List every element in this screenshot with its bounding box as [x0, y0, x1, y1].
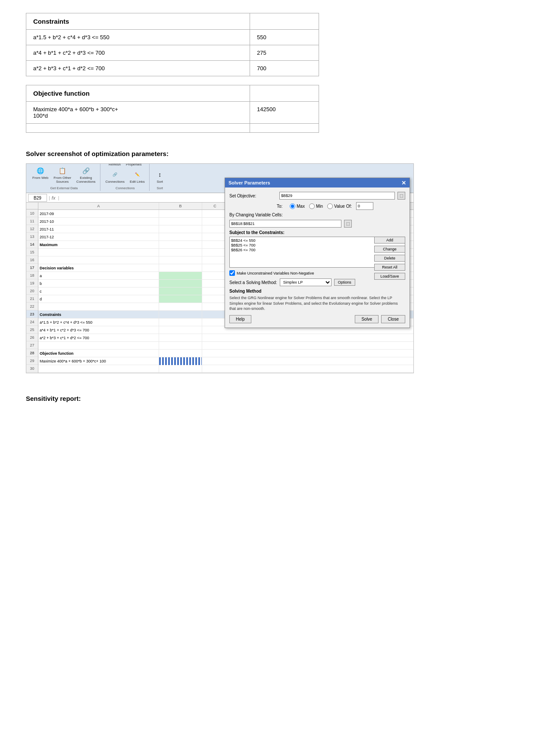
from-web-label: From Web [32, 176, 48, 180]
from-web-button[interactable]: 🌐 From Web [31, 165, 50, 184]
constraint-row-1-formula: a*1.5 + b*2 + c*4 + d*3 <= 550 [26, 30, 250, 45]
set-objective-label: Set Objective: [229, 194, 277, 198]
min-radio[interactable]: Min [309, 203, 323, 209]
method-options-button[interactable]: Options [334, 279, 355, 286]
value-of-input[interactable] [356, 202, 373, 210]
dialog-close-button[interactable]: ✕ [401, 180, 406, 186]
edit-links-icon: ✏️ [132, 169, 142, 180]
from-other-icon: 📋 [57, 166, 68, 176]
unconstrained-label: Make Unconstrained Variables Non-Negativ… [237, 271, 314, 275]
sort-button[interactable]: ↕️ Sort [153, 169, 167, 184]
connections-group-label: Connections [116, 186, 135, 190]
solving-method-title: Solving Method [229, 289, 405, 294]
constraint-buttons: Add Change Delete Reset All Load/Save [374, 237, 405, 281]
changing-cells-input[interactable] [229, 220, 341, 228]
to-radio-group: To: Max Min Value Of: [277, 202, 405, 210]
dialog-body: Set Objective: ⬚ To: Max Min Value Of: [225, 187, 410, 328]
table-row: Maximize 400*a + 600*b + 300*c+ 100 [38, 357, 413, 365]
from-web-icon: 🌐 [35, 166, 46, 176]
table-row: a*2 + b*3 + c*1 + d*2 <= 700 [38, 334, 413, 342]
constraints-table: Constraints a*1.5 + b*2 + c*4 + d*3 <= 5… [26, 13, 319, 133]
max-label: Max [297, 204, 305, 209]
edit-links-button[interactable]: ✏️ Edit Links [128, 169, 147, 184]
from-other-label: From OtherSources [53, 176, 71, 184]
constraints-header-value-col [250, 13, 319, 30]
changing-cells-label: By Changing Variable Cells: [229, 212, 283, 217]
set-objective-collapse-btn[interactable]: ⬚ [397, 192, 405, 200]
changing-cells-row: By Changing Variable Cells: [229, 212, 405, 217]
connections-button[interactable]: 🔗 Connections [104, 169, 126, 184]
edit-links-label: Edit Links [130, 180, 145, 184]
constraints-header: Constraints [26, 13, 250, 30]
row-numbers: 10 11 12 13 14 15 16 17 18 19 20 21 22 2… [26, 203, 38, 373]
min-label: Min [316, 204, 323, 209]
dialog-bottom-buttons: Help Solve Close [229, 315, 405, 323]
ribbon-group-external-data: 🌐 From Web 📋 From OtherSources 🔗 Existin… [28, 164, 100, 191]
method-select[interactable]: Simplex LP [280, 278, 332, 286]
constraint-row-2-value: 275 [250, 45, 319, 61]
close-button[interactable]: Close [381, 315, 405, 323]
table-row [38, 342, 413, 350]
dialog-title: Solver Parameters [228, 180, 270, 185]
col-header-b: B [159, 203, 202, 209]
reset-all-button[interactable]: Reset All [374, 264, 405, 271]
objective-header: Objective function [26, 85, 250, 102]
existing-connections-icon: 🔗 [81, 166, 91, 176]
constraint-row-1-value: 550 [250, 30, 319, 45]
objective-value: 142500 [250, 102, 319, 124]
existing-connections-label: ExistingConnections [76, 176, 95, 184]
connections-label: Connections [106, 180, 125, 184]
delete-constraint-button[interactable]: Delete [374, 255, 405, 262]
connections-icon: 🔗 [110, 169, 120, 180]
changing-cells-input-row: ⬚ [229, 220, 405, 228]
refresh-label: Refresh [109, 163, 121, 166]
change-constraint-button[interactable]: Change [374, 246, 405, 253]
objective-formula-1: Maximize 400*a + 600*b + 300*c+ 100*d [26, 102, 250, 124]
sensitivity-title: Sensitivity report: [26, 395, 509, 402]
dialog-title-bar: Solver Parameters ✕ [225, 178, 410, 187]
properties-button[interactable]: 📄 Properties [124, 163, 143, 167]
get-external-data-label: Get External Data [50, 186, 78, 190]
help-button[interactable]: Help [229, 315, 251, 323]
unconstrained-checkbox[interactable] [229, 270, 235, 276]
to-label: To: [277, 204, 285, 209]
sort-label: Sort [156, 180, 163, 184]
constraints-area: $B$24 <= 550 $B$25 <= 700 $B$26 <= 700 A… [229, 237, 405, 268]
sort-icon: ↕️ [155, 169, 165, 180]
value-of-label: Value Of: [334, 204, 352, 209]
load-save-button[interactable]: Load/Save [374, 273, 405, 280]
solving-method-text: Select the GRG Nonlinear engine for Solv… [229, 295, 405, 312]
solver-screenshot: 🌐 From Web 📋 From OtherSources 🔗 Existin… [26, 163, 414, 373]
table-row: Objective function [38, 350, 413, 357]
add-constraint-button[interactable]: Add [374, 237, 405, 244]
set-objective-input[interactable] [279, 192, 395, 200]
from-other-button[interactable]: 📋 From OtherSources [52, 165, 73, 184]
solve-button[interactable]: Solve [355, 315, 379, 323]
fx-label: fx [52, 195, 56, 200]
method-label: Select a Solving Method: [229, 280, 277, 285]
solver-dialog: Solver Parameters ✕ Set Objective: ⬚ To:… [225, 178, 410, 328]
table-row [38, 365, 413, 373]
col-header-a: A [38, 203, 159, 209]
properties-label: Properties [126, 163, 141, 166]
cell-reference[interactable]: B29 [28, 194, 47, 202]
existing-connections-button[interactable]: 🔗 ExistingConnections [75, 165, 97, 184]
set-objective-row: Set Objective: ⬚ [229, 192, 405, 200]
constraint-row-3-value: 700 [250, 61, 319, 76]
constraints-section-label: Subject to the Constraints: [229, 230, 405, 235]
ribbon-group-sort: ↕️ Sort Sort [150, 164, 169, 191]
col-header-c: C [202, 203, 228, 209]
value-of-radio[interactable]: Value Of: [327, 203, 352, 209]
max-radio[interactable]: Max [290, 203, 305, 209]
solver-section-title: Solver screenshot of optimization parame… [26, 150, 509, 157]
constraint-row-2-formula: a*4 + b*1 + c*2 + d*3 <= 700 [26, 45, 250, 61]
changing-cells-collapse-btn[interactable]: ⬚ [344, 220, 352, 228]
sort-group-label: Sort [156, 186, 163, 190]
constraint-row-3-formula: a*2 + b*3 + c*1 + d*2 <= 700 [26, 61, 250, 76]
ribbon-group-connections: 🔄 Refresh 📄 Properties 🔗 Connections ✏️ … [101, 164, 150, 191]
refresh-button[interactable]: 🔄 Refresh [107, 163, 122, 167]
